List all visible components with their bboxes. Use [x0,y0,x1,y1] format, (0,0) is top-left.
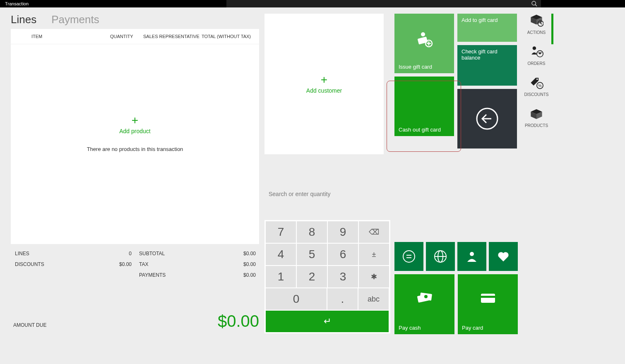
tab-lines[interactable]: Lines [11,13,36,26]
pay-cash-label: Pay cash [394,321,454,334]
plus-icon: + [321,74,327,86]
svg-point-18 [424,295,428,298]
key-3[interactable]: 3 [328,266,358,287]
col-rep: SALES REPRESENTATIVE [143,34,201,39]
tax-value: $0.00 [243,261,256,267]
totals-area: LINES0 DISCOUNTS$0.00 SUBTOTAL$0.00 TAX$… [11,248,259,280]
plus-icon: + [132,115,138,126]
tile-label: Issue gift card [399,64,450,70]
tax-label: TAX [139,261,148,267]
search-icon [531,0,538,7]
subtotal-value: $0.00 [243,251,256,256]
quick-actions [394,242,518,271]
payments-label: PAYMENTS [139,272,166,278]
rail-orders[interactable]: ORDERS [528,45,546,66]
lines-value: 0 [129,251,132,256]
key-asterisk[interactable]: ✱ [359,266,389,287]
action-heart[interactable] [489,242,518,271]
key-abc[interactable]: abc [358,288,389,310]
col-total: TOTAL (WITHOUT TAX) [201,34,254,39]
issue-gift-card-icon [399,17,450,64]
payments-value: $0.00 [243,272,256,278]
subtotal-label: SUBTOTAL [139,251,165,256]
column-headers: ITEM QUANTITY SALES REPRESENTATIVE TOTAL… [11,29,259,44]
key-2[interactable]: 2 [297,266,327,287]
tab-payments[interactable]: Payments [51,13,99,26]
svg-rect-3 [418,36,428,44]
tile-back-button[interactable] [457,89,517,148]
tile-label: Add to gift card [462,17,513,23]
svg-point-24 [536,79,538,80]
key-5[interactable]: 5 [297,244,327,265]
col-qty: QUANTITY [110,34,143,39]
rail-active-indicator [551,14,553,44]
svg-point-22 [533,46,536,50]
rail-actions[interactable]: ACTIONS [527,14,546,35]
key-0[interactable]: 0 [266,288,327,310]
lines-label: LINES [15,251,29,256]
right-rail: ACTIONS ORDERS % DISCOUNTS PRODUCTS [522,14,550,128]
key-plusminus[interactable]: ± [359,244,389,265]
rail-label: ACTIONS [527,30,546,35]
key-7[interactable]: 7 [266,221,296,243]
products-icon [529,107,543,121]
amount-due-value: $0.00 [218,312,259,330]
tile-pay-card[interactable]: Pay card [458,274,518,334]
tile-pay-cash[interactable]: Pay cash [394,274,454,334]
rail-label: PRODUCTS [525,123,548,128]
key-dot[interactable]: . [327,288,358,310]
tile-label: Check gift card balance [462,48,513,61]
action-equals[interactable] [394,242,423,271]
global-search-bar[interactable] [226,0,541,7]
tabs: Lines Payments [11,13,99,26]
add-product-button[interactable]: + Add product There are no products in t… [11,44,259,222]
svg-point-2 [421,32,425,36]
svg-rect-20 [481,296,495,298]
svg-point-0 [532,1,536,5]
cash-icon [394,274,454,321]
discounts-label: DISCOUNTS [15,261,44,267]
rail-products[interactable]: PRODUCTS [525,107,548,128]
orders-icon [529,45,543,59]
key-4[interactable]: 4 [266,244,296,265]
discounts-value: $0.00 [119,261,132,267]
svg-rect-19 [481,294,495,303]
svg-line-1 [535,5,537,6]
amount-due-label: AMOUNT DUE [13,322,46,330]
globe-icon [433,249,447,263]
svg-point-9 [403,251,415,262]
rail-discounts[interactable]: % DISCOUNTS [524,76,549,97]
key-9[interactable]: 9 [328,221,358,243]
search-quantity-input[interactable] [264,186,385,202]
amount-due: AMOUNT DUE $0.00 [13,312,259,330]
pay-card-label: Pay card [458,321,518,334]
add-customer-button[interactable]: + Add customer [264,14,384,154]
actions-icon [529,14,543,28]
heart-icon [496,249,510,263]
discounts-icon: % [529,76,543,90]
add-product-label: Add product [119,128,151,134]
tile-cash-out-gift-card[interactable]: Cash out gift card [394,77,454,136]
action-globe[interactable] [426,242,455,271]
col-item: ITEM [31,34,110,39]
equals-icon [402,249,416,263]
svg-text:%: % [538,84,541,88]
rail-label: ORDERS [528,61,546,66]
tile-label: Cash out gift card [399,127,450,133]
action-person[interactable] [457,242,486,271]
key-enter[interactable]: ↵ [266,311,389,332]
key-6[interactable]: 6 [328,244,358,265]
tile-issue-gift-card[interactable]: Issue gift card [394,14,454,73]
titlebar-text: Transaction [5,1,29,6]
card-icon [458,274,518,321]
person-icon [465,249,479,263]
keypad: 7 8 9 ⌫ 4 5 6 ± 1 2 3 ✱ 0 . abc ↵ [264,220,390,333]
add-customer-label: Add customer [306,87,342,94]
key-1[interactable]: 1 [266,266,296,287]
empty-message: There are no products in this transactio… [87,146,183,152]
tile-add-to-gift-card[interactable]: Add to gift card [457,14,517,42]
key-8[interactable]: 8 [297,221,327,243]
key-backspace[interactable]: ⌫ [359,221,389,243]
svg-point-15 [470,252,474,256]
tile-check-gift-card-balance[interactable]: Check gift card balance [457,45,517,86]
